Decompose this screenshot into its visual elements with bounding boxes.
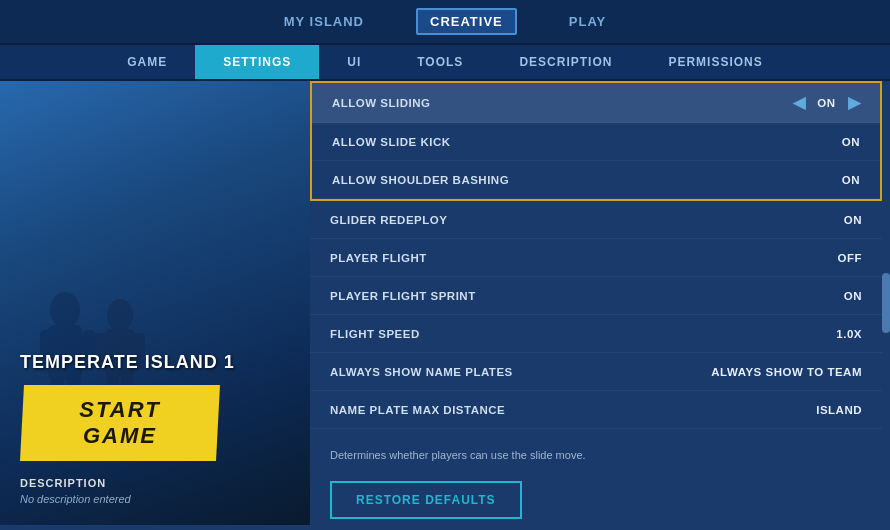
start-game-button[interactable]: START GAME: [20, 385, 220, 461]
tab-permissions[interactable]: PERMISSIONS: [640, 45, 790, 79]
setting-label-allow-shoulder-bashing: ALLOW SHOULDER BASHING: [332, 174, 509, 186]
restore-defaults-button[interactable]: RESTORE DEFAULTS: [330, 481, 522, 519]
setting-label-player-flight: PLAYER FLIGHT: [330, 252, 427, 264]
setting-row-always-show-name-plates[interactable]: ALWAYS SHOW NAME PLATES ALWAYS SHOW TO T…: [310, 353, 882, 391]
setting-value-allow-slide-kick: ON: [842, 136, 860, 148]
setting-row-flight-speed[interactable]: FLIGHT SPEED 1.0X: [310, 315, 882, 353]
setting-label-allow-sliding: ALLOW SLIDING: [332, 97, 431, 109]
setting-label-name-plate-max-distance: NAME PLATE MAX DISTANCE: [330, 404, 505, 416]
left-panel: TEMPERATE ISLAND 1 START GAME DESCRIPTIO…: [0, 81, 310, 525]
nav-item-play[interactable]: PLAY: [557, 10, 618, 33]
value-allow-sliding: ON: [817, 97, 835, 109]
tab-ui[interactable]: UI: [319, 45, 389, 79]
tab-settings[interactable]: SETTINGS: [195, 45, 319, 79]
setting-value-player-flight: OFF: [838, 252, 863, 264]
setting-value-flight-speed: 1.0X: [836, 328, 862, 340]
arrow-right-allow-sliding[interactable]: ▶: [848, 93, 861, 112]
island-title: TEMPERATE ISLAND 1: [20, 352, 290, 373]
scrollbar-thumb[interactable]: [882, 273, 890, 333]
tab-game[interactable]: GAME: [99, 45, 195, 79]
highlighted-settings-group: ALLOW SLIDING ◀ ON ▶ ALLOW SLIDE KICK ON: [310, 81, 882, 201]
setting-value-always-show-name-plates: ALWAYS SHOW TO TEAM: [711, 366, 862, 378]
arrow-left-allow-sliding[interactable]: ◀: [793, 93, 806, 112]
description-label: DESCRIPTION: [20, 477, 290, 489]
second-nav: GAME SETTINGS UI TOOLS DESCRIPTION PERMI…: [0, 45, 890, 81]
left-panel-info: TEMPERATE ISLAND 1 START GAME DESCRIPTIO…: [0, 352, 310, 505]
nav-item-my-island[interactable]: MY ISLAND: [272, 10, 376, 33]
tab-tools[interactable]: TOOLS: [389, 45, 491, 79]
hint-text: Determines whether players can use the s…: [310, 439, 882, 477]
setting-value-allow-sliding: ◀ ON ▶: [793, 93, 860, 112]
value-allow-slide-kick: ON: [842, 136, 860, 148]
setting-label-always-show-name-plates: ALWAYS SHOW NAME PLATES: [330, 366, 513, 378]
setting-row-glider-redeploy[interactable]: GLIDER REDEPLOY ON: [310, 201, 882, 239]
setting-label-flight-speed: FLIGHT SPEED: [330, 328, 420, 340]
setting-label-player-flight-sprint: PLAYER FLIGHT SPRINT: [330, 290, 476, 302]
setting-value-name-plate-max-distance: ISLAND: [816, 404, 862, 416]
description-text: No description entered: [20, 493, 290, 505]
setting-row-player-flight[interactable]: PLAYER FLIGHT OFF: [310, 239, 882, 277]
right-panel: ALLOW SLIDING ◀ ON ▶ ALLOW SLIDE KICK ON: [310, 81, 890, 525]
nav-item-creative[interactable]: CREATIVE: [416, 8, 517, 35]
setting-label-glider-redeploy: GLIDER REDEPLOY: [330, 214, 447, 226]
value-allow-shoulder-bashing: ON: [842, 174, 860, 186]
svg-point-6: [107, 299, 133, 331]
setting-value-player-flight-sprint: ON: [844, 290, 862, 302]
setting-row-allow-shoulder-bashing[interactable]: ALLOW SHOULDER BASHING ON: [312, 161, 880, 199]
tab-description[interactable]: DESCRIPTION: [491, 45, 640, 79]
setting-row-allow-slide-kick[interactable]: ALLOW SLIDE KICK ON: [312, 123, 880, 161]
setting-value-glider-redeploy: ON: [844, 214, 862, 226]
setting-row-player-flight-sprint[interactable]: PLAYER FLIGHT SPRINT ON: [310, 277, 882, 315]
settings-container: ALLOW SLIDING ◀ ON ▶ ALLOW SLIDE KICK ON: [310, 81, 882, 525]
setting-row-name-plate-max-distance[interactable]: NAME PLATE MAX DISTANCE ISLAND: [310, 391, 882, 429]
svg-point-0: [50, 292, 80, 328]
top-nav: MY ISLAND CREATIVE PLAY: [0, 0, 890, 45]
setting-row-allow-sliding[interactable]: ALLOW SLIDING ◀ ON ▶: [312, 83, 880, 123]
setting-value-allow-shoulder-bashing: ON: [842, 174, 860, 186]
main-content: TEMPERATE ISLAND 1 START GAME DESCRIPTIO…: [0, 81, 890, 525]
setting-label-allow-slide-kick: ALLOW SLIDE KICK: [332, 136, 451, 148]
